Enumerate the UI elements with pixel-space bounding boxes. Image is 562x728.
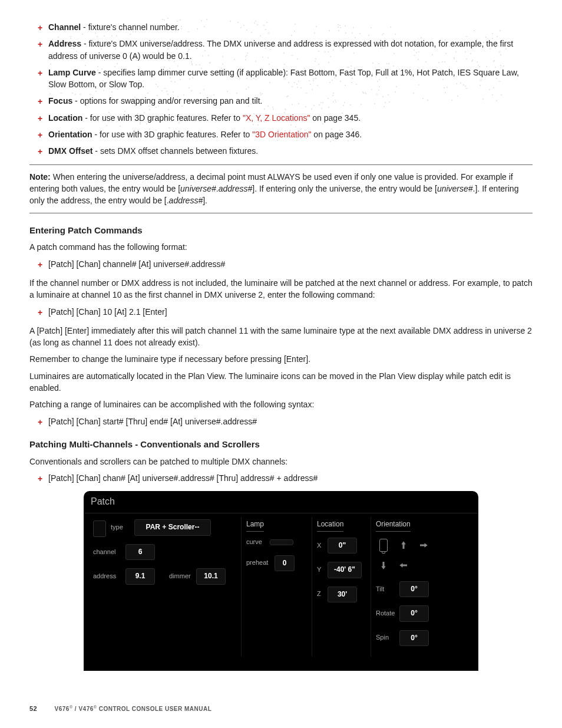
list-item: [Patch] [Chan] start# [Thru] end# [At] u…	[40, 416, 533, 427]
preheat-field[interactable]: 0	[275, 555, 295, 571]
term-channel: Channel	[48, 22, 81, 32]
page-number: 52	[29, 705, 37, 712]
tilt-label: Tilt	[376, 585, 399, 594]
doc-title-part: V676	[55, 706, 70, 712]
y-field[interactable]: -40' 6"	[328, 562, 362, 578]
divider	[29, 164, 533, 165]
italic: universe#	[437, 184, 473, 193]
arrow-down-icon[interactable]	[376, 558, 391, 573]
italic: address#	[219, 184, 253, 193]
arrow-right-icon[interactable]	[416, 538, 431, 553]
paragraph: Luminaires are automatically located in …	[29, 370, 533, 394]
text: - for use with 3D graphic features. Refe…	[82, 113, 243, 123]
address-label: address	[93, 572, 125, 581]
divider	[29, 213, 533, 213]
paragraph: Remember to change the luminaire type if…	[29, 353, 533, 365]
address-field[interactable]: 9.1	[125, 568, 155, 584]
list-item: DMX Offset - sets DMX offset channels be…	[40, 145, 533, 157]
orientation-icons	[376, 538, 461, 573]
doc-title-part: CONTROL CONSOLE USER MANUAL	[97, 706, 211, 712]
text: on page 346.	[311, 130, 362, 139]
term-lamp-curve: Lamp Curve	[48, 68, 96, 77]
text: ]. If entering only the universe, the en…	[252, 184, 437, 193]
list-item: [Patch] [Chan] chan# [At] universe#.addr…	[40, 472, 533, 484]
patch-panel: Patch type PAR + Scroller-- channel 6	[84, 491, 478, 671]
list-item: Lamp Curve - specifies lamp dimmer curve…	[40, 67, 533, 91]
term-location: Location	[48, 113, 82, 123]
arrow-left-icon[interactable]	[396, 558, 411, 573]
text: - sets DMX offset channels between fixtu…	[92, 146, 258, 156]
field-definitions-list: Channel - fixture's channel number. Addr…	[29, 21, 533, 157]
syntax-list: [Patch] [Chan] chan# [At] universe#.addr…	[29, 472, 533, 484]
text: - specifies lamp dimmer curve setting (i…	[48, 68, 519, 89]
type-field[interactable]: PAR + Scroller--	[134, 519, 211, 535]
list-item: [Patch] [Chan] 10 [At] 2.1 [Enter]	[40, 306, 533, 318]
text: - fixture's DMX universe/address. The DM…	[48, 39, 513, 60]
spin-label: Spin	[376, 633, 399, 643]
paragraph: A [Patch] [Enter] immediately after this…	[29, 325, 533, 349]
list-item: Channel - fixture's channel number.	[40, 21, 533, 33]
text: ].	[203, 196, 207, 205]
term-orientation: Orientation	[48, 130, 92, 139]
syntax-list: [Patch] [Chan] channel# [At] universe#.a…	[29, 258, 533, 270]
y-label: Y	[317, 565, 328, 575]
heading-patching-multi-channels: Patching Multi-Channels - Conventionals …	[29, 438, 533, 451]
dimmer-field[interactable]: 10.1	[196, 568, 226, 584]
patch-col-location: Location X 0" Y -40' 6" Z 30'	[312, 517, 371, 657]
dimmer-label: dimmer	[169, 572, 196, 581]
curve-label: curve	[246, 538, 270, 547]
z-field[interactable]: 30'	[328, 587, 357, 602]
lamp-section-label: Lamp	[246, 519, 264, 531]
note-block: Note: When entering the universe/address…	[29, 171, 533, 207]
x-field[interactable]: 0"	[328, 538, 357, 554]
heading-entering-patch-commands: Entering Patch Commands	[29, 224, 533, 237]
x-label: X	[317, 541, 328, 551]
channel-label: channel	[93, 548, 125, 557]
curve-field[interactable]	[270, 539, 293, 545]
type-label: type	[111, 523, 134, 532]
syntax-list: [Patch] [Chan] start# [Thru] end# [At] u…	[29, 416, 533, 427]
text: - options for swapping and/or reversing …	[72, 96, 262, 106]
page-content: Channel - fixture's channel number. Addr…	[29, 21, 533, 671]
patch-grid: type PAR + Scroller-- channel 6 address …	[84, 513, 478, 657]
tilt-field[interactable]: 0°	[399, 581, 429, 597]
patch-col-orientation: Orientation	[371, 517, 465, 657]
syntax-list: [Patch] [Chan] 10 [At] 2.1 [Enter]	[29, 306, 533, 318]
page-footer: 52 V676® / V476® CONTROL CONSOLE USER MA…	[29, 704, 211, 714]
paragraph: Conventionals and scrollers can be patch…	[29, 456, 533, 467]
rotate-field[interactable]: 0°	[399, 605, 429, 621]
text: - fixture's channel number.	[81, 22, 180, 32]
location-section-label: Location	[317, 519, 343, 531]
patch-panel-title: Patch	[84, 491, 478, 513]
link-3d-orientation[interactable]: "3D Orientation"	[252, 130, 311, 139]
term-address: Address	[48, 39, 81, 48]
list-item: Orientation - for use with 3D graphic fe…	[40, 129, 533, 140]
arrow-up-icon[interactable]	[396, 538, 411, 553]
fixture-icon[interactable]	[376, 538, 391, 553]
paragraph: A patch command has the following format…	[29, 241, 533, 253]
patch-col-main: type PAR + Scroller-- channel 6 address …	[88, 517, 242, 657]
paragraph: Patching a range of luminaires can be ac…	[29, 398, 533, 410]
preheat-label: preheat	[246, 558, 275, 568]
term-dmx-offset: DMX Offset	[48, 146, 92, 156]
italic: universe#	[180, 184, 216, 193]
fixture-thumbnail-icon	[93, 521, 106, 537]
link-xyz-locations[interactable]: "X, Y, Z Locations"	[243, 113, 310, 123]
rotate-label: Rotate	[376, 609, 399, 618]
paragraph: If the channel number or DMX address is …	[29, 277, 533, 301]
list-item: [Patch] [Chan] channel# [At] universe#.a…	[40, 258, 533, 270]
text: - for use with 3D graphic features. Refe…	[92, 130, 253, 139]
orientation-section-label: Orientation	[376, 519, 411, 531]
list-item: Address - fixture's DMX universe/address…	[40, 38, 533, 62]
patch-col-lamp: Lamp curve preheat 0	[242, 517, 312, 657]
italic: address#	[169, 196, 203, 205]
spin-field[interactable]: 0°	[399, 630, 429, 646]
text: on page 345.	[310, 113, 361, 123]
term-focus: Focus	[48, 96, 72, 106]
note-label: Note:	[29, 172, 51, 182]
doc-title-part: / V476	[73, 706, 94, 712]
list-item: Focus - options for swapping and/or reve…	[40, 95, 533, 107]
channel-field[interactable]: 6	[125, 544, 155, 560]
z-label: Z	[317, 589, 328, 599]
list-item: Location - for use with 3D graphic featu…	[40, 112, 533, 124]
